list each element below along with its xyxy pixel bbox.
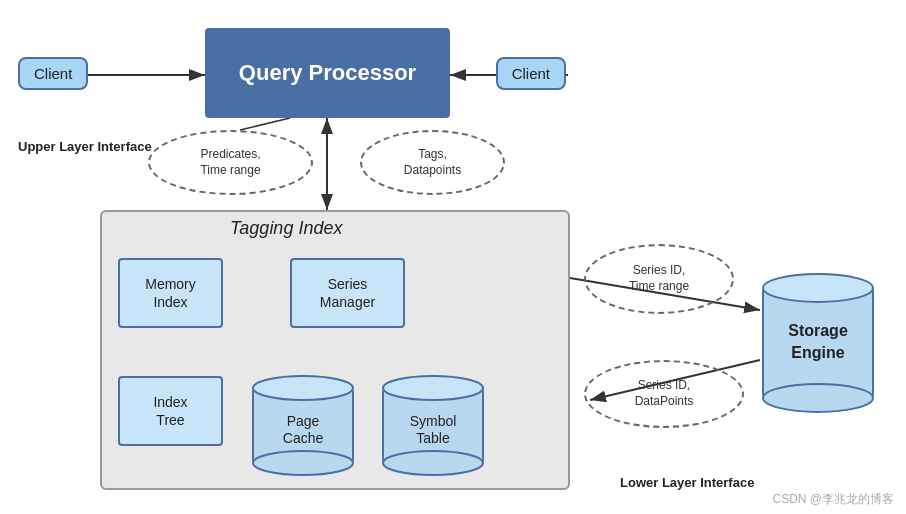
tags-text: Tags,Datapoints <box>404 147 461 178</box>
client-left-label: Client <box>34 65 72 82</box>
svg-text:Cache: Cache <box>283 430 324 446</box>
series-id-time-ellipse: Series ID,Time range <box>584 244 734 314</box>
svg-point-15 <box>253 451 353 475</box>
index-tree-label: IndexTree <box>153 393 187 429</box>
series-manager-box: SeriesManager <box>290 258 405 328</box>
diagram-container: Query Processor Client Client Upper Laye… <box>0 0 906 514</box>
series-id-time-text: Series ID,Time range <box>629 263 689 294</box>
upper-layer-interface-label: Upper Layer Interface <box>18 138 152 156</box>
svg-line-5 <box>240 118 290 130</box>
predicates-ellipse: Predicates,Time range <box>148 130 313 195</box>
page-cache-cylinder: Page Cache <box>248 370 358 484</box>
svg-point-14 <box>253 376 353 400</box>
memory-index-label: MemoryIndex <box>145 275 196 311</box>
series-id-datapoints-ellipse: Series ID,DataPoints <box>584 360 744 428</box>
lower-layer-interface-label: Lower Layer Interface <box>620 474 754 492</box>
svg-point-25 <box>763 384 873 412</box>
index-tree-box: IndexTree <box>118 376 223 446</box>
symbol-table-cylinder: Symbol Table <box>378 370 488 484</box>
svg-text:Storage: Storage <box>788 322 848 339</box>
client-left-box: Client <box>18 57 88 90</box>
predicates-text: Predicates,Time range <box>200 147 260 178</box>
svg-text:Table: Table <box>416 430 450 446</box>
watermark: CSDN @李兆龙的博客 <box>772 491 894 508</box>
client-right-box: Client <box>496 57 566 90</box>
series-manager-label: SeriesManager <box>320 275 375 311</box>
series-id-datapoints-text: Series ID,DataPoints <box>635 378 694 409</box>
svg-point-24 <box>763 274 873 302</box>
svg-text:Page: Page <box>287 413 320 429</box>
svg-text:Engine: Engine <box>791 344 844 361</box>
symbol-table-svg: Symbol Table <box>378 370 488 480</box>
tagging-index-title: Tagging Index <box>230 218 342 239</box>
page-cache-svg: Page Cache <box>248 370 358 480</box>
storage-engine-svg: Storage Engine <box>758 268 878 418</box>
query-processor-box: Query Processor <box>205 28 450 118</box>
tags-ellipse: Tags,Datapoints <box>360 130 505 195</box>
memory-index-box: MemoryIndex <box>118 258 223 328</box>
svg-point-19 <box>383 376 483 400</box>
storage-engine-cylinder: Storage Engine <box>758 268 878 422</box>
svg-text:Symbol: Symbol <box>410 413 457 429</box>
svg-point-20 <box>383 451 483 475</box>
svg-rect-23 <box>763 288 873 398</box>
query-processor-label: Query Processor <box>239 59 416 88</box>
client-right-label: Client <box>512 65 550 82</box>
